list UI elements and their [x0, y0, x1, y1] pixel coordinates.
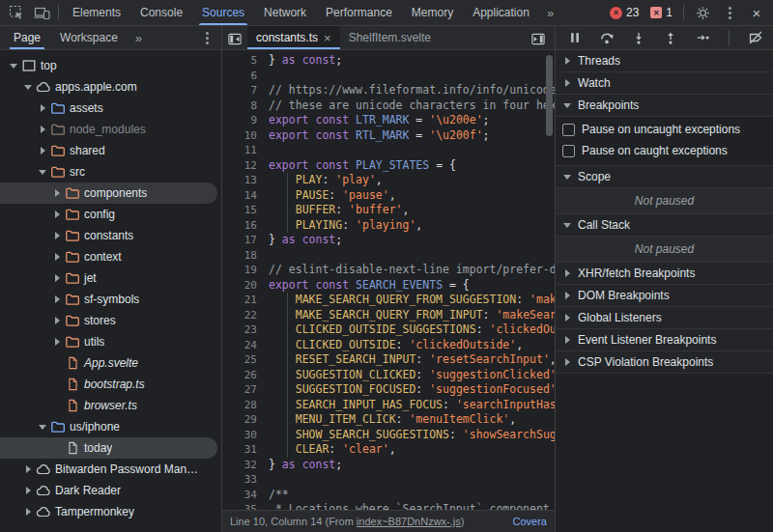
tree-item-us-iphone[interactable]: us/iphone [0, 416, 217, 437]
expand-down-icon[interactable] [37, 170, 48, 175]
line-content[interactable]: BUFFER: 'buffer', [267, 203, 555, 218]
expand-right-icon[interactable] [51, 232, 63, 239]
line-number[interactable]: 31 [222, 442, 267, 458]
inspect-element-icon[interactable] [4, 1, 29, 24]
hide-navigator-icon[interactable] [222, 27, 247, 50]
line-number[interactable]: 16 [222, 218, 267, 234]
line-content[interactable]: MAKE_SEARCH_QUERY_FROM_SUGGESTION: 'make… [267, 293, 555, 308]
line-content[interactable]: PAUSE: 'pause', [267, 188, 555, 204]
expand-right-icon[interactable] [22, 465, 34, 473]
line-number[interactable]: 18 [222, 248, 267, 264]
line-content[interactable]: // these are unicode characters in four … [267, 98, 555, 114]
close-tab-icon[interactable]: × [324, 31, 331, 45]
tab-memory[interactable]: Memory [402, 0, 463, 25]
line-number[interactable]: 13 [222, 173, 267, 188]
expand-down-icon[interactable] [8, 64, 19, 69]
sidebar-section-threads[interactable]: Threads [556, 50, 773, 72]
navigator-menu-icon[interactable] [194, 26, 219, 49]
errors-badge[interactable]: × 23 [605, 6, 644, 19]
expand-right-icon[interactable] [51, 295, 63, 303]
line-content[interactable]: /** [267, 488, 555, 503]
issues-badge[interactable]: ✕ 1 [645, 6, 677, 19]
line-number[interactable]: 24 [222, 338, 267, 353]
line-number[interactable]: 9 [222, 113, 267, 128]
expand-right-icon[interactable] [51, 274, 63, 282]
line-number[interactable]: 33 [222, 472, 267, 488]
tree-item-stores[interactable]: stores [0, 310, 217, 331]
line-content[interactable]: RESET_SEARCH_INPUT: 'resetSearchInput', [267, 352, 555, 368]
sidebar-section-event-listener-breakpoints[interactable]: Event Listener Breakpoints [556, 329, 773, 351]
expand-right-icon[interactable] [51, 338, 63, 346]
line-content[interactable]: MAKE_SEARCH_QUERY_FROM_INPUT: 'makeSearc… [267, 308, 555, 323]
line-content[interactable]: export const PLAY_STATES = { [267, 158, 555, 174]
line-content[interactable]: // eslint-disable-next-line import/prefe… [267, 263, 555, 278]
line-content[interactable]: export const RTL_MARK = '\u200f'; [267, 128, 555, 144]
expand-right-icon[interactable] [22, 487, 34, 494]
line-number[interactable]: 23 [222, 322, 267, 338]
line-number[interactable]: 20 [222, 278, 267, 294]
tab-performance[interactable]: Performance [316, 0, 402, 25]
sidebar-section-scope[interactable]: Scope [556, 166, 773, 188]
tree-item-sf-symbols[interactable]: sf-symbols [0, 289, 217, 310]
tab-elements[interactable]: Elements [63, 0, 130, 25]
line-number[interactable]: 22 [222, 308, 267, 323]
line-number[interactable]: 15 [222, 203, 267, 218]
checkbox-icon[interactable] [562, 124, 575, 136]
line-number[interactable]: 29 [222, 412, 267, 428]
line-content[interactable]: SUGGESTION_CLICKED: 'suggestionClicked', [267, 368, 555, 383]
sidebar-section-csp-violation-breakpoints[interactable]: CSP Violation Breakpoints [556, 351, 773, 374]
line-number[interactable]: 21 [222, 293, 267, 308]
line-content[interactable]: SEARCH_INPUT_HAS_FOCUS: 'searchInputHasF… [267, 398, 555, 413]
sidebar-section-call-stack[interactable]: Call Stack [556, 214, 773, 237]
tree-item-config[interactable]: config [0, 204, 217, 225]
expand-right-icon[interactable] [37, 126, 48, 133]
line-content[interactable]: CLICKED_OUTSIDE_SUGGESTIONS: 'clickedOut… [267, 322, 555, 338]
tree-item-bitwarden-password-man-[interactable]: Bitwarden Password Man… [0, 459, 217, 480]
step-out-icon[interactable] [661, 28, 680, 47]
line-content[interactable]: SHOW_SEARCH_SUGGESTIONS: 'showSearchSugg… [267, 428, 555, 443]
line-content[interactable]: SUGGESTION_FOCUSED: 'suggestionFocused', [267, 382, 555, 398]
expand-right-icon[interactable] [22, 508, 34, 516]
tree-item-constants[interactable]: constants [0, 225, 217, 246]
line-number[interactable]: 32 [222, 458, 267, 473]
source-map-link[interactable]: index~B87DnNzwx-.js [357, 516, 461, 527]
gear-icon[interactable] [690, 1, 715, 24]
sidebar-section-watch[interactable]: Watch [556, 72, 773, 95]
tree-item-components[interactable]: components [0, 182, 217, 204]
expand-down-icon[interactable] [37, 425, 48, 430]
sidebar-section-breakpoints[interactable]: Breakpoints [556, 95, 773, 117]
expand-right-icon[interactable] [51, 189, 63, 197]
step-icon[interactable] [693, 28, 712, 47]
more-panels-icon[interactable]: » [539, 5, 560, 20]
line-number[interactable]: 25 [222, 352, 267, 368]
tree-item-today[interactable]: today [0, 437, 217, 459]
line-number[interactable]: 5 [222, 53, 267, 69]
line-content[interactable]: CLICKED_OUTSIDE: 'clickedOutside', [267, 338, 555, 353]
tree-item-utils[interactable]: utils [0, 331, 217, 352]
line-number[interactable]: 28 [222, 398, 267, 413]
tree-item-context[interactable]: context [0, 246, 217, 267]
line-number[interactable]: 17 [222, 233, 267, 248]
checkbox-pause-on-caught-exceptions[interactable]: Pause on caught exceptions [556, 140, 773, 161]
step-over-icon[interactable] [597, 28, 616, 47]
device-toolbar-icon[interactable] [29, 1, 54, 24]
navigator-tab-page[interactable]: Page [4, 26, 50, 49]
line-number[interactable]: 10 [222, 128, 267, 144]
line-content[interactable]: // https://www.fileformat.info/info/unic… [267, 83, 555, 98]
tree-item-dark-reader[interactable]: Dark Reader [0, 480, 217, 501]
tab-network[interactable]: Network [254, 0, 316, 25]
line-number[interactable]: 14 [222, 188, 267, 204]
line-content[interactable]: PLAY: 'play', [267, 173, 555, 188]
sidebar-section-xhr-fetch-breakpoints[interactable]: XHR/fetch Breakpoints [556, 263, 773, 285]
tree-item-shared[interactable]: shared [0, 140, 217, 161]
expand-right-icon[interactable] [51, 317, 63, 324]
line-number[interactable]: 19 [222, 263, 267, 278]
navigator-tab-workspace[interactable]: Workspace [50, 26, 128, 49]
hide-debugger-sidebar-icon[interactable] [526, 27, 551, 50]
tree-item-node-modules[interactable]: node_modules [0, 119, 217, 140]
tree-item-src[interactable]: src [0, 161, 217, 182]
expand-down-icon[interactable] [22, 85, 34, 90]
tree-item-bootstrap.ts[interactable]: bootstrap.ts [0, 374, 217, 395]
checkbox-pause-on-uncaught-exceptions[interactable]: Pause on uncaught exceptions [556, 119, 773, 140]
line-number[interactable]: 7 [222, 83, 267, 98]
